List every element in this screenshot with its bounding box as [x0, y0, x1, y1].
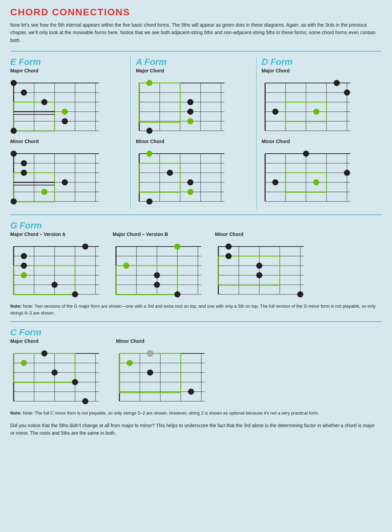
svg-point-70: [167, 170, 173, 176]
c-major-label: Major Chord: [10, 338, 102, 344]
svg-point-122: [52, 282, 58, 288]
a-form-major-svg: [136, 76, 228, 136]
svg-point-104: [344, 170, 350, 176]
svg-point-55: [187, 118, 193, 124]
g-minor-svg: [215, 240, 307, 299]
svg-point-188: [127, 360, 133, 366]
svg-point-53: [187, 99, 193, 105]
svg-point-72: [187, 189, 193, 195]
a-form-minor-diagram: [136, 147, 228, 207]
svg-point-17: [11, 128, 17, 134]
c-minor-item: Minor Chord: [116, 338, 208, 408]
g-major-b-svg: [113, 240, 205, 299]
svg-point-136: [174, 243, 180, 250]
c-form-note: Note: Note: The full C minor form is not…: [10, 410, 379, 417]
svg-point-103: [313, 179, 319, 185]
svg-point-71: [187, 179, 193, 185]
svg-point-14: [41, 99, 47, 105]
svg-point-137: [123, 263, 129, 269]
svg-point-121: [21, 272, 27, 278]
a-form-minor-svg: [136, 147, 228, 207]
svg-point-123: [72, 291, 78, 297]
svg-point-187: [147, 350, 153, 356]
g-minor-diagram: [215, 240, 307, 299]
d-form-minor-svg: [262, 147, 354, 207]
svg-point-118: [82, 243, 88, 250]
g-major-a-diagram: [10, 240, 102, 299]
c-minor-svg: [116, 347, 208, 406]
g-major-b-label: Major Chord – Version B: [113, 232, 205, 237]
svg-point-33: [21, 160, 27, 166]
svg-point-102: [303, 151, 309, 157]
d-form-col: D Form Major Chord: [262, 57, 382, 209]
svg-point-157: [297, 291, 303, 297]
svg-point-105: [272, 179, 278, 185]
a-form-major-label: Major Chord: [136, 68, 251, 73]
svg-point-36: [41, 189, 47, 195]
svg-point-138: [154, 272, 160, 278]
svg-point-35: [62, 179, 68, 185]
svg-point-52: [146, 80, 153, 86]
c-major-item: Major Chord: [10, 338, 102, 408]
svg-point-156: [256, 272, 262, 278]
g-major-a-svg: [10, 240, 102, 299]
svg-point-13: [21, 89, 27, 96]
svg-point-89: [272, 109, 278, 115]
d-form-major-label: Major Chord: [262, 68, 377, 73]
g-major-a-label: Major Chord – Version A: [10, 232, 102, 237]
g-section: G Form Major Chord – Version A: [10, 214, 382, 316]
a-form-title: A Form: [136, 57, 251, 67]
svg-rect-152: [218, 256, 280, 285]
c-form-title: C Form: [10, 327, 382, 338]
d-form-major-svg: [262, 76, 354, 136]
e-form-minor-svg: [10, 147, 102, 207]
a-form-col: A Form Major Chord: [136, 57, 256, 209]
svg-rect-135: [116, 266, 177, 295]
svg-point-170: [21, 360, 27, 366]
g-minor-label: Minor Chord: [215, 232, 307, 237]
c-minor-diagram: [116, 347, 208, 406]
svg-point-171: [41, 350, 47, 356]
e-form-minor-diagram: [10, 147, 102, 207]
svg-point-174: [82, 398, 88, 404]
top-section: E Form Major Chord: [10, 51, 382, 209]
svg-point-86: [334, 80, 340, 86]
bottom-text: Did you notice that the 5ths didn’t chan…: [10, 422, 379, 437]
d-form-minor-label: Minor Chord: [262, 139, 377, 144]
g-major-a-item: Major Chord – Version A: [10, 232, 102, 301]
d-form-title: D Form: [262, 57, 377, 67]
svg-point-119: [21, 253, 27, 259]
svg-point-54: [187, 109, 193, 115]
g-form-note: Note: Note: Two versions of the G major …: [10, 303, 379, 316]
svg-point-32: [11, 151, 17, 157]
e-form-minor-label: Minor Chord: [10, 139, 125, 144]
d-form-minor-diagram: [262, 147, 354, 207]
svg-rect-117: [14, 266, 75, 295]
c-major-svg: [10, 347, 102, 406]
svg-point-190: [188, 389, 194, 395]
svg-point-189: [147, 369, 153, 376]
d-form-major-diagram: [262, 76, 354, 136]
e-form-major-label: Major Chord: [10, 68, 125, 73]
g-major-b-diagram: [113, 240, 205, 299]
svg-point-69: [146, 151, 153, 157]
svg-point-172: [52, 369, 58, 376]
c-section: C Form Major Chord: [10, 321, 382, 417]
top-chord-row: E Form Major Chord: [10, 57, 382, 209]
svg-point-37: [11, 198, 17, 205]
svg-point-87: [313, 109, 319, 115]
c-form-row: Major Chord: [10, 338, 382, 408]
page-title: CHORD CONNECTIONS: [10, 7, 382, 18]
svg-point-73: [146, 198, 153, 205]
svg-point-173: [72, 379, 78, 385]
c-major-diagram: [10, 347, 102, 406]
e-form-title: E Form: [10, 57, 125, 67]
svg-point-56: [146, 128, 153, 134]
svg-point-154: [226, 253, 232, 259]
svg-point-139: [154, 282, 160, 288]
g-form-row: Major Chord – Version A: [10, 232, 382, 301]
svg-point-15: [62, 109, 68, 115]
e-form-major-diagram: [10, 76, 102, 136]
g-major-b-item: Major Chord – Version B: [113, 232, 205, 301]
svg-point-88: [344, 89, 350, 96]
